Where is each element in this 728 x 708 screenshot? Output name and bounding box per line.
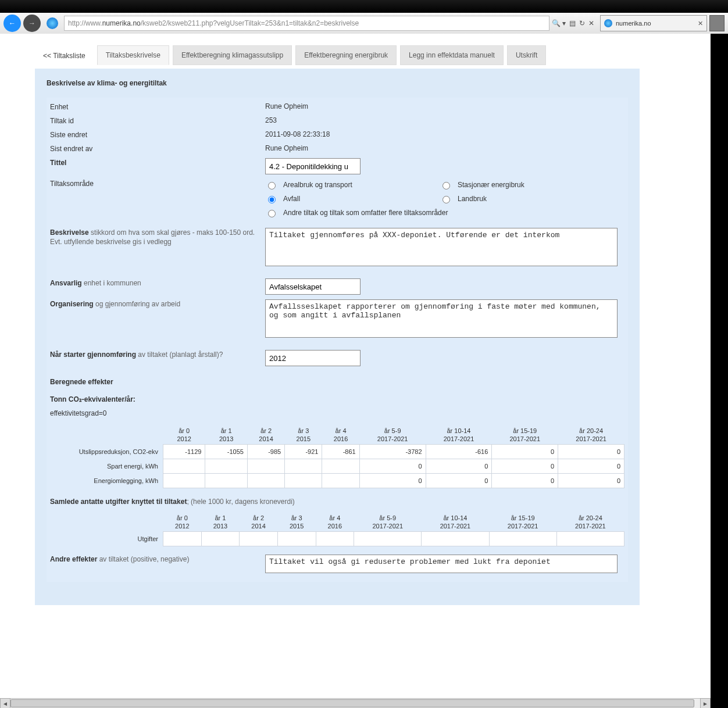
refresh-icon[interactable]: ↻ [579,19,585,27]
tab-effekt-energi[interactable]: Effektberegning energibruk [295,45,397,65]
section-beregnede: Beregnede effekter [50,378,624,386]
radio-andre[interactable]: Andre tiltak og tiltak som omfatter fler… [265,208,602,217]
new-tab-button[interactable] [709,15,725,31]
table-cell[interactable] [285,474,322,488]
label-tiltaksomrade: Tiltaksområde [50,179,265,188]
table-row-label: Utslippsreduksjon, CO2-ekv [50,445,163,459]
table-cell[interactable] [422,532,489,546]
table-cell[interactable] [322,459,359,474]
radio-arealbruk[interactable]: Arealbruk og transport [265,180,428,189]
form-body: Enhet Rune Opheim Tiltak id 253 Siste en… [47,98,628,582]
table-cell[interactable]: -3782 [359,445,426,459]
table-cell[interactable]: 0 [492,459,558,474]
andre-textarea[interactable] [265,555,618,573]
label-start: Når starter gjennomføring [50,351,136,359]
browser-tab[interactable]: numerika.no ✕ [600,15,707,31]
table-cell[interactable] [247,459,284,474]
table-cell[interactable]: 0 [426,474,492,488]
viewport: << Tiltaksliste Tiltaksbeskrivelse Effek… [0,34,711,708]
scroll-track[interactable] [10,699,700,708]
table-cell[interactable] [316,532,354,546]
label-samlede-help: ; (hele 1000 kr, dagens kroneverdi) [187,498,294,506]
address-bar[interactable]: http://www.numerika.no/ksweb2/ksweb211.p… [64,16,549,31]
radio-landbruk[interactable]: Landbruk [440,194,602,203]
table-cell[interactable]: 0 [359,474,426,488]
table-cell[interactable]: 0 [558,474,624,488]
tab-tiltaksbeskrivelse[interactable]: Tiltaksbeskrivelse [97,45,169,65]
table-cell[interactable] [163,459,205,474]
tab-effekt-klima[interactable]: Effektberegning klimagassutslipp [173,45,292,65]
table-cell[interactable] [163,474,205,488]
utgifter-table: år 02012år 12013år 22014år 32015år 42016… [50,513,624,546]
form-panel: Beskrivelse av klima- og energitiltak En… [35,69,640,605]
label-andre-help: av tiltaket (positive, negative) [97,555,189,563]
radio-stasjonaer[interactable]: Stasjonær energibruk [440,180,602,189]
radio-group-tiltaksomrade: Arealbruk og transport Stasjonær energib… [265,179,624,217]
value-siste-endret: 2011-09-08 22:33:18 [265,130,624,138]
table-cell[interactable] [240,532,278,546]
value-sist-endret-av: Rune Opheim [265,144,624,152]
tab-close-icon[interactable]: ✕ [698,20,703,27]
table-cell[interactable]: 0 [558,459,624,474]
organisering-textarea[interactable] [265,299,618,338]
label-ansvarlig: Ansvarlig [50,279,82,287]
table-cell[interactable]: 0 [359,459,426,474]
stop-icon[interactable]: ✕ [588,19,594,27]
table-cell[interactable] [322,474,359,488]
label-siste-endret: Siste endret [50,130,265,140]
beskrivelse-textarea[interactable] [265,228,618,266]
url-host: numerika.no [102,19,141,27]
label-samlede: Samlede antatte utgifter knyttet til til… [50,498,187,506]
tab-utskrift[interactable]: Utskrift [507,45,546,65]
label-enhet: Enhet [50,102,265,112]
table-cell[interactable] [556,532,624,546]
table-cell[interactable]: 0 [558,445,624,459]
radio-avfall[interactable]: Avfall [265,194,428,203]
table-cell[interactable]: -861 [322,445,359,459]
table-cell[interactable]: 0 [492,474,558,488]
forward-button[interactable]: → [23,15,41,32]
tab-favicon-icon [604,19,612,27]
table-cell[interactable]: -985 [247,445,284,459]
table-row-label: Energiomlegging, kWh [50,474,163,488]
table-cell[interactable] [489,532,556,546]
radio-arealbruk-label: Arealbruk og transport [283,181,352,189]
tittel-input[interactable] [265,158,361,174]
table-cell[interactable] [201,532,240,546]
label-beskrivelse: Beskrivelse [50,228,89,237]
scroll-thumb[interactable] [10,699,694,707]
table-cell[interactable] [205,474,247,488]
label-tiltak-id: Tiltak id [50,116,265,126]
label-organisering: Organisering [50,300,94,308]
table-cell[interactable]: -616 [426,445,492,459]
table-cell[interactable] [247,474,284,488]
scroll-left-icon[interactable]: ◄ [0,698,10,708]
ansvarlig-input[interactable] [265,278,361,295]
horizontal-scrollbar[interactable]: ◄ ► [0,698,711,708]
start-input[interactable] [265,350,361,366]
table-cell[interactable]: -1055 [205,445,247,459]
table-row-label: Spart energi, kWh [50,459,163,474]
ie-logo-icon [47,17,58,29]
radio-avfall-label: Avfall [283,195,300,203]
back-button[interactable]: ← [3,15,21,32]
table-cell[interactable]: -921 [285,445,322,459]
label-start-help: av tiltaket (planlagt årstall)? [136,351,223,359]
table-cell[interactable]: 0 [426,459,492,474]
tab-legg-inn[interactable]: Legg inn effektdata manuelt [400,45,504,65]
label-ansvarlig-help: enhet i kommunen [82,279,141,287]
table-cell[interactable] [163,532,202,546]
tab-tiltaksliste[interactable]: << Tiltaksliste [35,47,94,65]
search-icon[interactable]: 🔍 ▾ [552,19,566,27]
table-cell[interactable] [205,459,247,474]
browser-toolbar: ← → http://www.numerika.no/ksweb2/ksweb2… [0,13,728,34]
table-cell[interactable] [285,459,322,474]
table-cell[interactable]: 0 [492,445,558,459]
radio-landbruk-label: Landbruk [458,195,487,203]
table-cell[interactable]: -1129 [163,445,205,459]
table-cell[interactable] [277,532,316,546]
table-cell[interactable] [354,532,422,546]
radio-stasjonaer-label: Stasjonær energibruk [458,181,524,189]
compat-icon[interactable]: ▤ [569,19,576,27]
scroll-right-icon[interactable]: ► [700,698,711,708]
